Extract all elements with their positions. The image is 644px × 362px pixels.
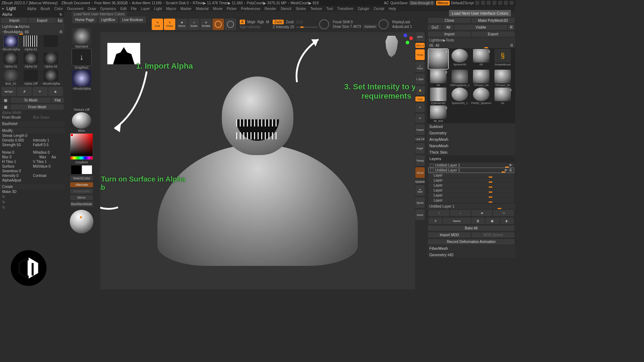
- layer-row-1[interactable]: Untitled Layer 1👁 ⦿: [429, 168, 514, 173]
- export-button[interactable]: Export: [29, 18, 56, 23]
- geometryhd-header[interactable]: Geometry HD: [427, 252, 515, 258]
- menu-render[interactable]: Render: [264, 7, 276, 11]
- menu-layer[interactable]: Layer: [141, 7, 150, 11]
- m-toggle[interactable]: M: [266, 20, 269, 24]
- basrelief-header[interactable]: BasRelief: [0, 121, 64, 127]
- blur-slider[interactable]: Blur 0: [2, 155, 38, 159]
- menu-macro[interactable]: Macro: [166, 7, 176, 11]
- dynamic-toggle[interactable]: Dynamic: [363, 25, 377, 29]
- adjustlast-slider[interactable]: AdjustLast 1: [392, 25, 412, 29]
- tool-tpose2[interactable]: TPose2_04: [492, 70, 513, 87]
- falloff-slider[interactable]: Falloff 0.5: [33, 143, 62, 147]
- layer-up-button[interactable]: ↑: [429, 210, 449, 216]
- polyf-toggle[interactable]: PolyF: [415, 143, 425, 154]
- linefill-toggle[interactable]: Line Fill: [415, 137, 425, 142]
- defaultzscript-button[interactable]: DefaultZScript: [451, 1, 474, 5]
- tool-export-button[interactable]: Export: [472, 31, 514, 37]
- menu-transform[interactable]: Transform: [337, 7, 353, 11]
- backfacemask-button[interactable]: BackfaceMask: [70, 202, 93, 207]
- hue-slider[interactable]: [70, 156, 93, 160]
- layer-dup-button[interactable]: ⎘: [429, 218, 442, 224]
- streak-slider[interactable]: Streak Length 0: [2, 134, 62, 138]
- frombrush-button[interactable]: From Brush: [2, 115, 31, 119]
- tool-item-active[interactable]: 3: [428, 49, 449, 69]
- seamless-slider[interactable]: Seamless 0: [2, 169, 62, 173]
- inverse-button[interactable]: ◐: [48, 87, 63, 96]
- intensity-slider[interactable]: Intensity 1: [33, 138, 62, 142]
- noise-slider[interactable]: Noise 0: [2, 150, 31, 154]
- layer-invert-button[interactable]: ◐: [500, 218, 514, 224]
- lightbox-tools[interactable]: Lightbox▶Tools: [427, 38, 515, 43]
- makepoly-button[interactable]: Make PolyMesh3D: [472, 18, 514, 23]
- menu-movie[interactable]: Movie: [213, 7, 223, 11]
- tomesh-button[interactable]: To Mesh: [11, 98, 51, 103]
- alpha-thumb-02[interactable]: Alpha 02: [21, 53, 40, 68]
- menu-dynamics[interactable]: Dynamics: [101, 7, 116, 11]
- geometry-header[interactable]: Geometry: [427, 130, 515, 136]
- modify-header[interactable]: Modify: [0, 128, 64, 133]
- alpha-thumb-03[interactable]: Alpha 03: [42, 53, 60, 68]
- import-button[interactable]: Import: [1, 18, 28, 23]
- modifier-icon2[interactable]: ▦: [1, 104, 10, 110]
- mrgb-toggle[interactable]: Mrgb: [247, 20, 255, 24]
- menu-texture[interactable]: Texture: [310, 7, 322, 11]
- zoom-button[interactable]: Zoom: [415, 209, 425, 220]
- texture-off[interactable]: Texture Off: [71, 91, 92, 111]
- aa-button[interactable]: Aa: [52, 155, 62, 159]
- tool-pm3dsphere[interactable]: PM3D_Sphere3D: [471, 88, 492, 105]
- intensity2-slider[interactable]: Intensity 0: [2, 174, 31, 178]
- menu-draw[interactable]: Draw: [88, 7, 96, 11]
- alpha-header[interactable]: Alpha↻: [0, 11, 64, 17]
- layer-row-5[interactable]: Layer: [429, 188, 514, 193]
- tool-tpose1[interactable]: TPose1_04: [471, 70, 492, 87]
- dynamic-label[interactable]: Dynamic: [415, 179, 425, 184]
- rgbintensity-slider[interactable]: Rgb Intensity: [240, 25, 260, 29]
- layer-row-0[interactable]: Untitled Layer 1👁: [429, 163, 514, 168]
- goz-visible-button[interactable]: Visible: [454, 25, 507, 30]
- layer-row-4[interactable]: Layer: [429, 183, 514, 188]
- switchcolor-button[interactable]: SwitchColor: [70, 176, 93, 181]
- tool-sphere3d[interactable]: Sphere3D: [449, 49, 470, 69]
- layer-row-7[interactable]: Layer: [429, 198, 514, 203]
- arraymesh-header[interactable]: ArrayMesh: [427, 136, 515, 143]
- modifier-icon[interactable]: ▦: [1, 98, 10, 103]
- light-header[interactable]: Light: [6, 6, 16, 11]
- make3d-button[interactable]: Make 3D: [2, 190, 62, 194]
- bakeall-button[interactable]: Bake All: [428, 225, 514, 231]
- alpha-thumb-blank[interactable]: [42, 35, 60, 51]
- menu-marker[interactable]: Marker: [180, 7, 191, 11]
- goz-button[interactable]: GoZ: [428, 25, 442, 30]
- floor-toggle[interactable]: ⊥Floor: [415, 61, 425, 72]
- menu-stencil[interactable]: Stencil: [280, 7, 291, 11]
- importmdd-button[interactable]: Import MDD: [428, 232, 471, 238]
- xpose-button[interactable]: Xpose: [415, 197, 425, 208]
- htiles-slider[interactable]: H Tiles 1: [2, 160, 31, 164]
- menu-tool[interactable]: Tool: [326, 7, 333, 11]
- tool-import-button[interactable]: Import: [428, 31, 471, 37]
- vtiles-slider[interactable]: V Tiles 1: [33, 160, 62, 164]
- minimize-button[interactable]: [498, 1, 502, 5]
- spix-slider[interactable]: SPix 3: [415, 43, 425, 48]
- frommesh-button[interactable]: From Mesh: [11, 104, 64, 110]
- menu-preferences[interactable]: Preferences: [241, 7, 260, 11]
- tool-tmpoly[interactable]: TMPolyMesh_1: [449, 70, 470, 87]
- menu-help[interactable]: Help: [389, 7, 396, 11]
- collapse-icon[interactable]: ↻: [0, 194, 64, 199]
- replaylast-button[interactable]: ReplayLast: [392, 20, 410, 24]
- menu-zscript[interactable]: Zscript: [374, 7, 384, 11]
- goz-r-button[interactable]: R: [508, 25, 514, 30]
- gizmo-button[interactable]: [213, 19, 224, 30]
- zcut-toggle[interactable]: Zcut: [296, 20, 303, 24]
- menu-picker[interactable]: Picker: [227, 7, 237, 11]
- tool-simplebrush[interactable]: §SimpleBrush: [492, 49, 513, 69]
- homepage-button[interactable]: Home Page: [72, 16, 97, 23]
- focal-knob[interactable]: [319, 19, 329, 29]
- menu-document[interactable]: Document: [67, 7, 84, 11]
- ghost-toggle[interactable]: Ghost: [415, 167, 425, 178]
- edit-mode-button[interactable]: ✎Edit: [152, 19, 163, 30]
- contrast-slider[interactable]: Contrast: [33, 174, 62, 178]
- menu-edit[interactable]: Edit: [120, 7, 126, 11]
- mddspeed-slider[interactable]: MDD Speed: [472, 232, 514, 238]
- ep-button[interactable]: Ep: [57, 18, 64, 23]
- alpha-thumb-off[interactable]: Alpha Off: [21, 70, 40, 85]
